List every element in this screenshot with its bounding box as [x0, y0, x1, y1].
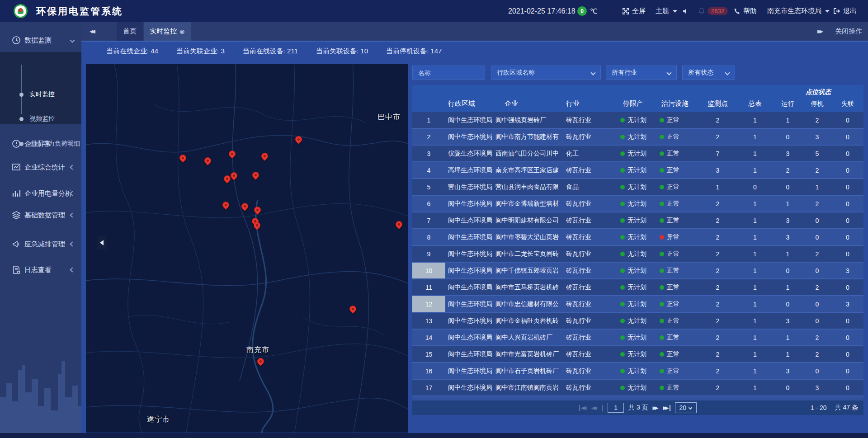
sidebar-item-logs[interactable]: 日志查看 [0, 259, 81, 281]
status-dot [660, 202, 664, 206]
table-row[interactable]: 9 阆中生态环境局 阆中市二龙长宝页岩砖 砖瓦行业 无计划 正常 2 1 1 2… [412, 246, 863, 263]
sidebar-item-emergency[interactable]: 应急减排管理 [0, 233, 81, 255]
prev-page-button[interactable]: ◀◀ [591, 405, 597, 411]
status-dot [620, 352, 625, 357]
table-header: 行政区域 企业 行业 停限产 治污设施 监测点 总表 点位状态 运行 停机 失联 [412, 85, 863, 112]
notification-count-badge: 2632 [708, 7, 728, 15]
page-size-select[interactable]: 20 [675, 402, 697, 413]
close-operations-button[interactable]: 关闭操作 [835, 27, 862, 36]
chevron-down-icon [590, 70, 595, 75]
table-row[interactable]: 18 南部生态环境局 南部县双佛土砖有限公 砖瓦行业 无计划 正常 2 1 0 … [412, 396, 863, 400]
chevron-down-icon [689, 406, 692, 410]
table-row[interactable]: 11 阆中生态环境局 阆中市五马桥页岩机砖 砖瓦行业 无计划 正常 2 1 1 … [412, 279, 863, 296]
industry-select[interactable]: 所有行业 [606, 66, 677, 80]
bell-icon [698, 8, 705, 14]
next-page-button[interactable]: ▶▶ [653, 405, 659, 411]
col-lost: 失联 [832, 96, 863, 112]
sidebar-item-data-monitor[interactable]: 数据监测 [0, 29, 81, 52]
last-page-button[interactable]: ▶▶ [663, 405, 671, 411]
col-meters: 总表 [737, 96, 773, 112]
help-button[interactable]: 帮助 [734, 0, 757, 22]
sidebar-item-power-analysis[interactable]: 企业用电量分析 [0, 182, 81, 205]
chevron-down-icon [725, 70, 730, 75]
chevron-left-icon [70, 267, 75, 272]
sidebar-item-base-data[interactable]: 基础数据管理 [0, 204, 81, 226]
table-row[interactable]: 1 阆中生态环境局 阆中强锐页岩砖厂 砖瓦行业 无计划 正常 2 1 1 2 0 [412, 112, 863, 129]
table-row[interactable]: 10 阆中生态环境局 阆中千佛镇五郎垭页岩 砖瓦行业 无计划 正常 2 1 0 … [412, 263, 863, 279]
table-row[interactable]: 6 阆中生态环境局 阆中市金博瑞新型墙材 砖瓦行业 无计划 正常 2 1 1 2… [412, 196, 863, 212]
chevron-left-icon [70, 212, 75, 217]
temperature-badge: 0 [577, 0, 587, 22]
close-tab-icon[interactable]: ⊗ [179, 28, 185, 35]
status-dot [620, 386, 625, 390]
stats-bar: 当前在线企业: 44 当前失联企业: 3 当前在线设备: 211 当前失联设备:… [106, 47, 442, 56]
col-region: 行政区域 [445, 96, 493, 112]
status-dot [620, 135, 625, 139]
clock-icon [12, 36, 21, 45]
chevron-down-icon [70, 38, 75, 42]
table-row[interactable]: 14 阆中生态环境局 阆中大兴页岩机砖厂 砖瓦行业 无计划 正常 2 1 1 2… [412, 330, 863, 346]
notifications-button[interactable]: 2632 [698, 0, 728, 22]
tabs-scroll-left-button[interactable]: ◀◀ [90, 22, 95, 41]
status-select[interactable]: 所有状态 [682, 66, 735, 80]
right-panel: 行政区域名称 所有行业 所有状态 行政区域 企业 行业 停限产 治污设施 监测点… [412, 66, 863, 415]
table-row[interactable]: 12 阆中生态环境局 阆中市忠信建材有限公 砖瓦行业 无计划 正常 2 1 0 … [412, 296, 863, 313]
phone-icon [734, 8, 741, 14]
col-limit: 停限产 [610, 96, 658, 112]
tab-realtime-monitor[interactable]: 实时监控 ⊗ [144, 22, 191, 41]
bullet-dot-icon [19, 93, 24, 97]
name-search-input[interactable] [412, 66, 485, 80]
stats-window-icon [12, 163, 21, 172]
sidebar-item-company-abnormal[interactable]: 企业异常 [0, 132, 81, 155]
chevron-down-icon [666, 70, 671, 75]
tab-strip: ◀◀ 首页 实时监控 ⊗ ▶▶ 关闭操作 [81, 22, 868, 41]
table-row[interactable]: 2 阆中生态环境局 阆中市南方节能建材有 砖瓦行业 无计划 正常 2 1 0 3… [412, 129, 863, 146]
map-panel[interactable]: 巴中市 南充市 遂宁市 [86, 64, 408, 433]
log-document-icon [12, 265, 21, 274]
page-number-input[interactable] [608, 403, 624, 413]
table-row[interactable]: 3 仪陇生态环境局 西南油气田分公司川中 化工 无计划 正常 7 1 3 5 0 [412, 146, 863, 162]
status-dot [620, 335, 625, 340]
status-dot [620, 319, 625, 323]
sidebar-item-realtime-monitor[interactable]: 实时监控 [0, 85, 81, 104]
table-row[interactable]: 16 阆中生态环境局 阆中市石子页岩机砖厂 砖瓦行业 无计划 正常 2 1 3 … [412, 363, 863, 380]
status-dot [620, 235, 625, 240]
tab-home[interactable]: 首页 [117, 22, 143, 41]
layers-icon [12, 211, 21, 220]
status-dot [620, 369, 625, 373]
table-row[interactable]: 8 阆中生态环境局 阆中市枣碧大梁山页岩 砖瓦行业 无计划 异常 2 1 3 0… [412, 229, 863, 246]
bottom-edge-strip [0, 433, 868, 438]
status-dot [620, 218, 625, 223]
first-page-button[interactable]: ◀◀ [579, 405, 587, 411]
status-dot [620, 185, 625, 189]
status-dot [660, 285, 664, 290]
table-row[interactable]: 17 阆中生态环境局 阆中市江南镇阆南页岩 砖瓦行业 无计划 正常 2 1 0 … [412, 380, 863, 396]
table-row[interactable]: 7 阆中生态环境局 阆中明阳建材有限公司 砖瓦行业 无计划 正常 2 1 3 0… [412, 212, 863, 229]
org-dropdown[interactable]: 南充市生态环境局 [767, 0, 830, 22]
status-dot [620, 252, 625, 256]
bullet-dot-icon [19, 117, 24, 121]
sidebar-item-video-monitor[interactable]: 视频监控 [0, 110, 81, 128]
theme-dropdown[interactable]: 主题 [656, 0, 677, 22]
map-collapse-button[interactable] [97, 236, 107, 250]
chevron-down-icon [825, 10, 830, 13]
col-points: 监测点 [698, 96, 737, 112]
table-row[interactable]: 4 高坪生态环境局 南充市高坪区王家店建 砖瓦行业 无计划 正常 3 1 2 2… [412, 162, 863, 179]
table-row[interactable]: 15 阆中生态环境局 阆中市光富页岩机砖厂 砖瓦行业 无计划 正常 2 1 1 … [412, 346, 863, 363]
table-row[interactable]: 13 阆中生态环境局 阆中市金福旺页岩机砖 砖瓦行业 无计划 正常 2 1 3 … [412, 313, 863, 330]
speaker-icon [683, 8, 689, 14]
table-row[interactable]: 5 营山生态环境局 营山县润丰肉食品有限 食品 无计划 正常 1 0 0 1 0 [412, 179, 863, 196]
tabs-scroll-right-button[interactable]: ▶▶ [817, 28, 823, 34]
status-dot [620, 118, 625, 122]
pagination-bar: ◀◀ ◀◀ | 共 3 页 ▶▶ ▶▶ 20 1 - 20 共 47 条 [412, 400, 863, 415]
total-count-label: 共 47 条 [835, 404, 858, 412]
region-select[interactable]: 行政区域名称 [491, 66, 601, 80]
stat-offline-companies: 当前失联企业: 3 [176, 47, 225, 56]
logout-button[interactable]: 退出 [833, 0, 857, 22]
sound-button[interactable] [683, 0, 689, 22]
sidebar-item-company-statistics[interactable]: 企业综合统计 [0, 156, 81, 179]
fullscreen-button[interactable]: 全屏 [622, 0, 646, 22]
stat-stopped-devices: 当前停机设备: 147 [386, 47, 442, 56]
stat-online-companies: 当前在线企业: 44 [106, 47, 158, 56]
datetime: 2021-02-25 17:46:18 [508, 0, 576, 22]
